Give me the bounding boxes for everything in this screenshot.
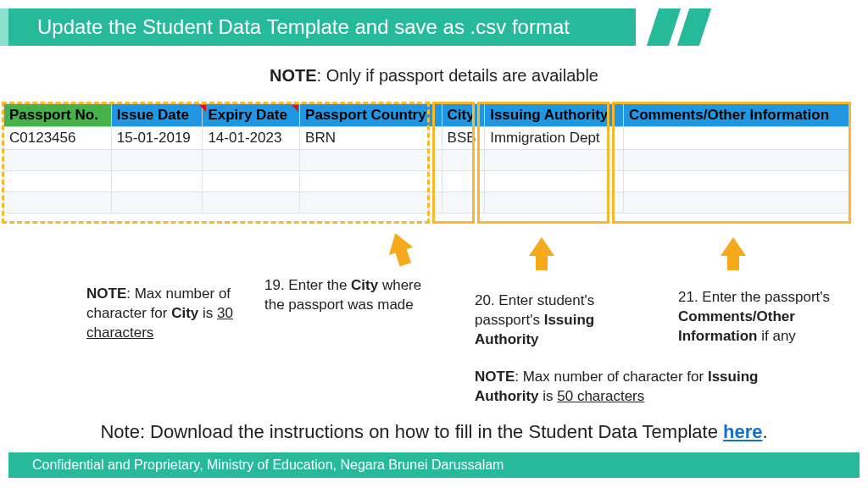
col-expiry-date: Expiry Date (203, 104, 300, 127)
table-row (4, 192, 851, 214)
note-step-20: 20. Enter student's passport's Issuing A… (475, 291, 653, 350)
cell-issue-date: 15-01-2019 (111, 127, 203, 150)
col-passport-no: Passport No. (4, 104, 112, 127)
note-city-limit: NOTE: Max number of character for City i… (86, 285, 256, 343)
col-passport-country: Passport Country (300, 104, 442, 127)
note-text: : Only if passport details are available (317, 66, 598, 85)
top-note: NOTE: Only if passport details are avail… (0, 66, 868, 86)
header-accent-2 (677, 8, 711, 46)
note-label: NOTE (270, 66, 317, 85)
header-accent-1 (647, 8, 681, 46)
col-city: City (442, 104, 485, 127)
note-step-21: 21. Enter the passport's Comments/Other … (678, 288, 839, 347)
slide-header: Update the Student Data Template and sav… (0, 8, 868, 46)
table-row (4, 171, 851, 192)
cell-issuing-authority: Immigration Dept (485, 127, 624, 150)
cell-passport-no: C0123456 (4, 127, 112, 150)
footer-bar: Confidential and Proprietary, Ministry o… (8, 452, 860, 478)
comment-indicator-icon (199, 105, 206, 112)
slide-title: Update the Student Data Template and sav… (8, 8, 636, 46)
cell-city: BSB (442, 127, 485, 150)
col-issue-date: Issue Date (111, 104, 203, 127)
cell-comments (623, 127, 850, 150)
table-header-row: Passport No. Issue Date Expiry Date Pass… (4, 104, 851, 127)
comment-indicator-icon (292, 105, 298, 112)
cell-expiry-date: 14-01-2023 (203, 127, 300, 150)
spreadsheet-table: Passport No. Issue Date Expiry Date Pass… (3, 103, 851, 214)
col-comments: Comments/Other Information (623, 104, 850, 127)
table-row (4, 150, 851, 171)
download-link[interactable]: here (723, 421, 762, 442)
col-issuing-authority: Issuing Authority (485, 104, 624, 127)
bottom-download-note: Note: Download the instructions on how t… (0, 421, 868, 443)
note-step-19: 19. Enter the City where the passport wa… (264, 276, 434, 315)
table-row: C0123456 15-01-2019 14-01-2023 BRN BSB I… (4, 127, 851, 150)
cell-passport-country: BRN (300, 127, 442, 150)
note-authority-limit: NOTE: Max number of character for Issuin… (475, 368, 797, 407)
